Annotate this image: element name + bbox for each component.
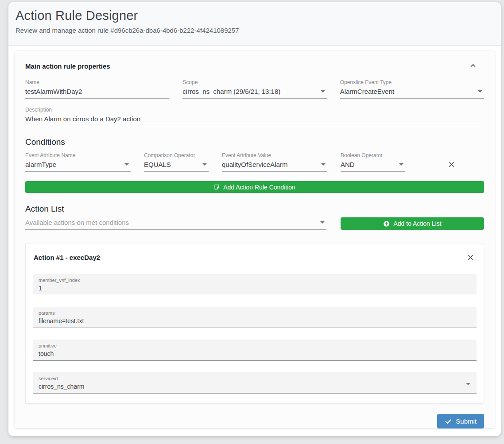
page-header: Action Rule Designer Review and manage a… (8, 2, 501, 46)
submit-label: Submit (456, 417, 477, 425)
add-to-action-list-label: Add to Action List (393, 220, 441, 227)
add-to-action-list-button[interactable]: Add to Action List (341, 217, 484, 230)
event-attribute-name-value: alarmType (25, 161, 131, 172)
event-attribute-name-select[interactable]: Event Attribute Name alarmType (25, 151, 131, 172)
params-label: params (39, 310, 471, 316)
primitive-label: primitive (39, 343, 471, 348)
event-type-label: Openslice Event Type (340, 79, 484, 85)
comparison-operator-label: Comparison Operator (144, 152, 209, 158)
member-vnf-index-field[interactable]: member_vnf_index 1 (33, 274, 477, 295)
description-field[interactable]: Description When Alarm on cirros do a Da… (25, 106, 484, 126)
dropdown-caret-icon (478, 90, 482, 93)
collapse-card-button[interactable] (467, 60, 479, 71)
name-label: Name (25, 79, 169, 85)
primitive-value: touch (39, 350, 471, 357)
check-icon (445, 418, 452, 425)
dropdown-caret-icon (466, 383, 470, 385)
close-icon (466, 253, 475, 262)
serviceid-label: serviceid (39, 376, 471, 381)
available-actions-placeholder: Available actions on met conditions (25, 219, 326, 230)
event-attribute-name-label: Event Attribute Name (25, 152, 131, 158)
main-card-title: Main action rule properties (25, 60, 110, 70)
dropdown-caret-icon (321, 163, 326, 166)
dropdown-caret-icon (124, 163, 129, 166)
boolean-operator-label: Boolean Operator (341, 152, 405, 158)
event-attribute-value-value: qualityOfServiceAlarm (222, 161, 327, 172)
page-subtitle: Review and manage action rule #d96cb26a-… (16, 27, 494, 34)
comparison-operator-select[interactable]: Comparison Operator EQUALS (144, 151, 209, 172)
action-card: Action #1 - execDay2 member_vnf_index 1 … (25, 243, 484, 404)
primitive-field[interactable]: primitive touch (33, 340, 477, 361)
add-condition-button[interactable]: Add Action Rule Condition (25, 181, 484, 193)
scope-value: cirros_ns_charm (29/6/21, 13:18) (182, 88, 326, 99)
description-value: When Alarm on cirros do a Day2 action (25, 115, 484, 126)
note-add-icon (214, 184, 220, 190)
action-card-title: Action #1 - execDay2 (34, 254, 100, 261)
close-icon (447, 160, 456, 169)
main-rule-card: Main action rule properties Name testAla… (15, 51, 495, 428)
dropdown-caret-icon (202, 163, 207, 166)
scope-select[interactable]: Scope cirros_ns_charm (29/6/21, 13:18) (182, 78, 326, 99)
add-circle-icon (383, 220, 390, 227)
remove-action-button[interactable] (465, 252, 476, 263)
remove-condition-button[interactable] (446, 159, 457, 170)
action-list-heading: Action List (25, 204, 484, 214)
params-field[interactable]: params filename=test.txt (33, 307, 477, 328)
boolean-operator-select[interactable]: Boolean Operator AND (341, 151, 405, 172)
chevron-up-icon (469, 62, 477, 69)
serviceid-value: cirros_ns_charm (39, 383, 471, 390)
event-type-value: AlarmCreateEvent (340, 88, 484, 99)
add-condition-label: Add Action Rule Condition (223, 184, 295, 191)
scope-label: Scope (182, 79, 326, 85)
serviceid-select[interactable]: serviceid cirros_ns_charm (33, 372, 477, 394)
boolean-operator-value: AND (341, 161, 405, 172)
page-title: Action Rule Designer (16, 8, 494, 23)
name-field[interactable]: Name testAlarmWithDay2 (25, 78, 169, 99)
name-value: testAlarmWithDay2 (25, 88, 169, 99)
member-vnf-index-label: member_vnf_index (39, 278, 471, 283)
description-label: Description (25, 107, 484, 113)
submit-button[interactable]: Submit (437, 414, 484, 429)
params-value: filename=test.txt (39, 317, 471, 324)
dropdown-caret-icon (320, 221, 325, 224)
event-type-select[interactable]: Openslice Event Type AlarmCreateEvent (340, 78, 484, 99)
available-actions-select[interactable]: Available actions on met conditions (25, 216, 326, 230)
event-attribute-value-label: Event Attribute Value (222, 152, 327, 158)
conditions-heading: Conditions (25, 137, 484, 147)
member-vnf-index-value: 1 (39, 285, 471, 292)
content-panel: Action Rule Designer Review and manage a… (8, 2, 501, 436)
event-attribute-value-select[interactable]: Event Attribute Value qualityOfServiceAl… (222, 151, 327, 172)
dropdown-caret-icon (321, 90, 325, 93)
dropdown-caret-icon (399, 163, 403, 166)
comparison-operator-value: EQUALS (144, 161, 209, 172)
